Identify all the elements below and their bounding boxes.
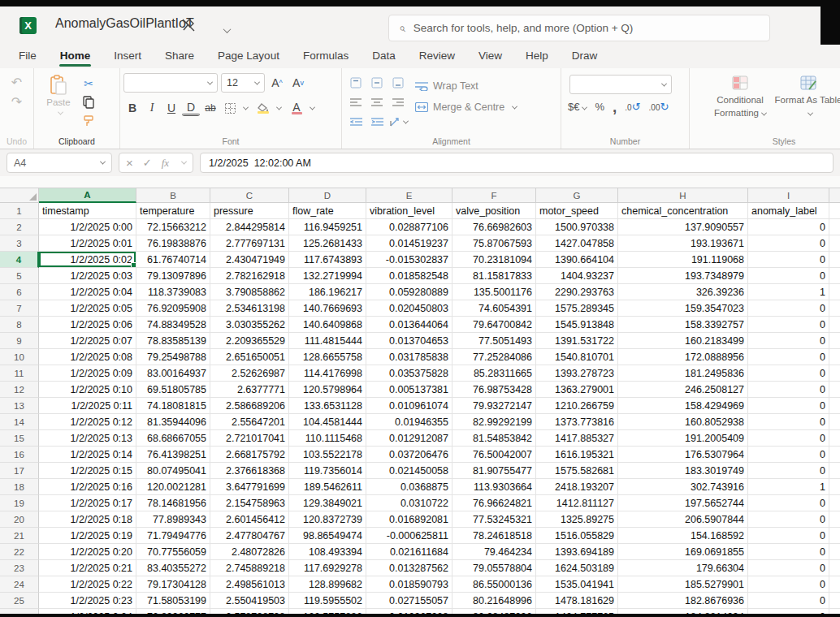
cell-G15[interactable]: 1417.885327 <box>536 430 618 447</box>
cell-F2[interactable]: 76.66982603 <box>452 219 536 235</box>
cell-H2[interactable]: 137.9090557 <box>618 219 748 235</box>
merge-centre-button[interactable]: Merge & Centre <box>415 97 517 118</box>
increase-indent-icon[interactable] <box>368 113 386 131</box>
cell-H24[interactable]: 185.5279901 <box>618 576 748 593</box>
cell-I7[interactable]: 0 <box>748 300 829 317</box>
cell-G7[interactable]: 1575.289345 <box>536 300 618 317</box>
column-header-G[interactable]: G <box>536 188 618 203</box>
cell-D19[interactable]: 129.3849021 <box>289 495 366 511</box>
cell-D20[interactable]: 120.8372739 <box>289 511 366 528</box>
row-header-18[interactable]: 18 <box>0 479 39 495</box>
cell-C7[interactable]: 2.534613198 <box>210 300 289 317</box>
cell-B19[interactable]: 78.14681956 <box>136 495 210 511</box>
cell-H22[interactable]: 169.0691855 <box>618 544 748 560</box>
cell-C10[interactable]: 2.651650051 <box>210 349 289 365</box>
strikethrough-button[interactable]: ab <box>201 99 219 117</box>
cell-G2[interactable]: 1500.970338 <box>536 219 618 235</box>
cell-E4[interactable]: -0.015302837 <box>366 252 452 268</box>
cell-C13[interactable]: 2.586689206 <box>210 398 289 414</box>
cell-I16[interactable]: 0 <box>748 447 829 463</box>
cell-G23[interactable]: 1624.503189 <box>536 560 618 576</box>
cell-G16[interactable]: 1616.195321 <box>536 447 618 463</box>
cell-E6[interactable]: 0.059280889 <box>366 284 452 300</box>
cell-F8[interactable]: 79.64700842 <box>452 317 536 333</box>
cell-D7[interactable]: 140.7669693 <box>289 300 366 317</box>
cell-F21[interactable]: 78.24618518 <box>452 528 536 544</box>
row-header-4[interactable]: 4 <box>0 252 39 268</box>
cell-F22[interactable]: 79.464234 <box>452 544 536 560</box>
decrease-decimal-button[interactable]: .00↻ <box>649 101 669 113</box>
cell-H14[interactable]: 160.8052938 <box>618 414 748 430</box>
cell-E26[interactable]: 0.010967928 <box>366 609 452 614</box>
cell-B20[interactable]: 77.8989343 <box>136 511 210 528</box>
cell-E24[interactable]: 0.018590793 <box>366 576 452 593</box>
cell-A8[interactable]: 1/2/2025 0:06 <box>39 317 136 333</box>
cell-B1[interactable]: temperature <box>136 203 210 219</box>
cell-G10[interactable]: 1540.810701 <box>536 349 618 365</box>
shrink-font-icon[interactable]: Av <box>289 74 307 92</box>
cell-I4[interactable]: 0 <box>748 252 829 268</box>
format-as-table-button[interactable]: Format As Table <box>774 75 840 136</box>
cell-D2[interactable]: 116.9459251 <box>289 219 366 235</box>
bold-button[interactable]: B <box>123 99 141 117</box>
cell-I15[interactable]: 0 <box>748 430 829 447</box>
cell-I24[interactable]: 0 <box>748 576 829 593</box>
cell-A11[interactable]: 1/2/2025 0:09 <box>39 365 136 382</box>
cell-F24[interactable]: 86.55000136 <box>452 576 536 593</box>
cell-I11[interactable]: 0 <box>748 365 829 382</box>
cell-C20[interactable]: 2.601456412 <box>210 511 289 528</box>
cell-D8[interactable]: 140.6409868 <box>289 317 366 333</box>
cell-D18[interactable]: 189.5462611 <box>289 479 366 495</box>
cell-F13[interactable]: 79.93272147 <box>452 398 536 414</box>
cancel-button[interactable]: × <box>126 156 133 170</box>
cell-F6[interactable]: 135.5001176 <box>452 284 536 300</box>
cell-C22[interactable]: 2.48072826 <box>210 544 289 560</box>
align-center-icon[interactable] <box>368 93 386 111</box>
row-header-10[interactable]: 10 <box>0 349 39 365</box>
menu-share[interactable]: Share <box>164 46 195 67</box>
cell-H16[interactable]: 176.5307964 <box>618 447 748 463</box>
align-top-icon[interactable] <box>347 74 365 92</box>
cell-B7[interactable]: 76.92095908 <box>136 300 210 317</box>
row-header-11[interactable]: 11 <box>0 365 39 382</box>
column-header-I[interactable]: I <box>748 188 829 203</box>
cell-E15[interactable]: 0.012912087 <box>366 430 452 447</box>
menu-formulas[interactable]: Formulas <box>302 46 349 67</box>
cell-F9[interactable]: 77.5051493 <box>452 333 536 349</box>
cell-E3[interactable]: 0.014519237 <box>366 235 452 252</box>
cell-D16[interactable]: 103.5522178 <box>289 447 366 463</box>
column-header-E[interactable]: E <box>366 188 452 203</box>
menu-help[interactable]: Help <box>525 46 549 67</box>
row-header-5[interactable]: 5 <box>0 268 39 284</box>
cell-B26[interactable]: 72.89960777 <box>136 609 210 614</box>
font-name-select[interactable] <box>123 73 218 93</box>
search-input[interactable] <box>414 22 760 34</box>
row-header-25[interactable]: 25 <box>0 593 39 609</box>
cell-I19[interactable]: 0 <box>748 495 829 511</box>
cell-F23[interactable]: 79.05578804 <box>452 560 536 576</box>
row-header-12[interactable]: 12 <box>0 382 39 398</box>
cell-H17[interactable]: 183.3019749 <box>618 463 748 479</box>
cell-I3[interactable]: 0 <box>748 235 829 252</box>
row-header-17[interactable]: 17 <box>0 463 39 479</box>
cell-A23[interactable]: 1/2/2025 0:21 <box>39 560 136 576</box>
cell-E18[interactable]: 0.0368875 <box>366 479 452 495</box>
cell-I14[interactable]: 0 <box>748 414 829 430</box>
cell-I23[interactable]: 0 <box>748 560 829 576</box>
cell-A26[interactable]: 1/2/2025 0:24 <box>39 609 136 614</box>
cell-C2[interactable]: 2.844295814 <box>210 219 289 235</box>
cell-C18[interactable]: 3.647791699 <box>210 479 289 495</box>
cell-I26[interactable]: 0 <box>748 609 829 614</box>
cell-B3[interactable]: 76.19838876 <box>136 235 210 252</box>
row-header-20[interactable]: 20 <box>0 511 39 528</box>
cell-G22[interactable]: 1393.694189 <box>536 544 618 560</box>
cell-D22[interactable]: 108.493394 <box>289 544 366 560</box>
cell-C26[interactable]: 2.578738738 <box>210 609 289 614</box>
cell-B18[interactable]: 120.0021281 <box>136 479 210 495</box>
title-chevron-icon[interactable] <box>221 22 230 37</box>
cell-D24[interactable]: 128.899682 <box>289 576 366 593</box>
cell-A22[interactable]: 1/2/2025 0:20 <box>39 544 136 560</box>
align-bottom-icon[interactable] <box>389 74 407 92</box>
cell-A2[interactable]: 1/2/2025 0:00 <box>39 219 136 235</box>
cell-E11[interactable]: 0.035375828 <box>366 365 452 382</box>
